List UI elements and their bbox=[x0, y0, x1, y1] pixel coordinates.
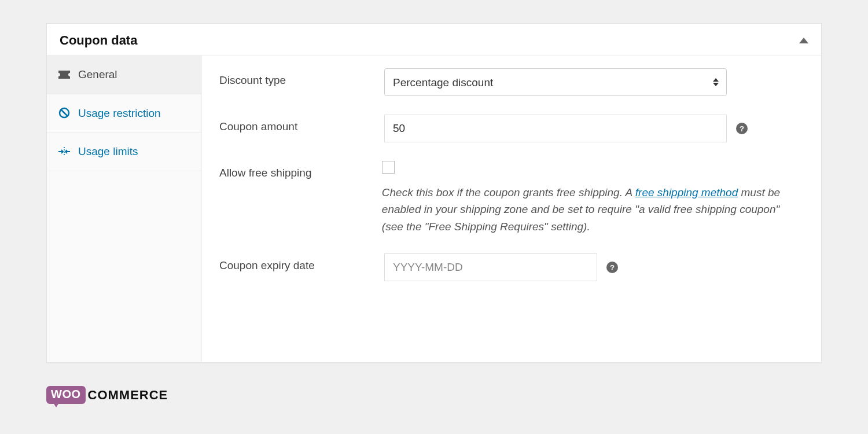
coupon-amount-label: Coupon amount bbox=[219, 115, 384, 133]
coupon-expiry-label: Coupon expiry date bbox=[219, 253, 384, 272]
ban-icon bbox=[58, 107, 70, 119]
coupon-data-panel: Coupon data General Usage restriction bbox=[46, 23, 822, 363]
coupon-expiry-input[interactable] bbox=[384, 253, 597, 281]
tab-general[interactable]: General bbox=[47, 56, 202, 94]
discount-type-select[interactable]: Percentage discount bbox=[384, 68, 727, 96]
free-shipping-checkbox[interactable] bbox=[382, 161, 395, 174]
tabs-sidebar: General Usage restriction Usage limits bbox=[47, 56, 202, 362]
logo-woo: WOO bbox=[46, 386, 86, 404]
discount-type-label: Discount type bbox=[219, 68, 384, 87]
panel-header: Coupon data bbox=[47, 24, 821, 56]
collapse-toggle-icon[interactable] bbox=[799, 38, 808, 43]
free-shipping-description: Check this box if the coupon grants free… bbox=[382, 184, 804, 235]
help-icon[interactable]: ? bbox=[736, 123, 748, 134]
discount-type-row: Discount type Percentage discount bbox=[219, 68, 804, 96]
tab-usage-restriction[interactable]: Usage restriction bbox=[47, 94, 201, 133]
tab-label: Usage restriction bbox=[78, 106, 161, 121]
tab-label: General bbox=[78, 67, 117, 82]
collapse-horizontal-icon bbox=[58, 146, 70, 157]
coupon-amount-row: Coupon amount ? bbox=[219, 115, 804, 142]
coupon-expiry-row: Coupon expiry date ? bbox=[219, 253, 804, 281]
help-icon[interactable]: ? bbox=[606, 262, 618, 273]
ticket-icon bbox=[58, 71, 70, 79]
logo-commerce: COMMERCE bbox=[88, 388, 168, 403]
tab-usage-limits[interactable]: Usage limits bbox=[47, 133, 201, 171]
select-arrows-icon bbox=[713, 78, 719, 86]
panel-title: Coupon data bbox=[60, 33, 137, 48]
free-shipping-method-link[interactable]: free shipping method bbox=[635, 186, 738, 198]
general-form: Discount type Percentage discount Coupon… bbox=[202, 56, 821, 362]
svg-line-1 bbox=[61, 110, 68, 116]
free-shipping-label: Allow free shipping bbox=[219, 161, 382, 179]
free-shipping-row: Allow free shipping Check this box if th… bbox=[219, 161, 804, 235]
coupon-amount-input[interactable] bbox=[384, 115, 727, 142]
panel-body: General Usage restriction Usage limits D… bbox=[47, 56, 821, 362]
tab-label: Usage limits bbox=[78, 144, 138, 159]
woocommerce-logo: WOO COMMERCE bbox=[46, 386, 822, 404]
